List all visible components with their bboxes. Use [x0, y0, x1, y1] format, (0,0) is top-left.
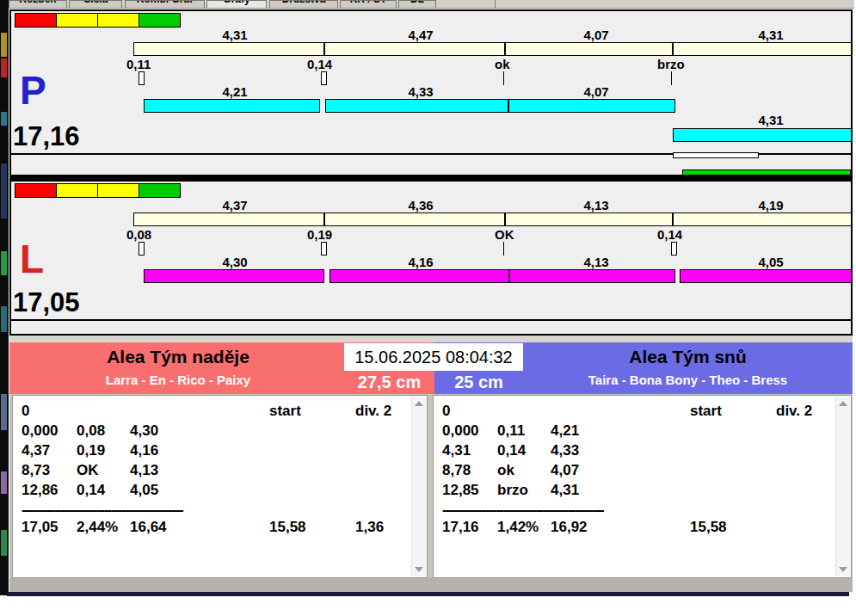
table-row: 4,370,194,16 [22, 440, 427, 460]
tick-marker [139, 71, 145, 85]
fault-mark-label: OK [495, 227, 514, 242]
tab-kombi-graf[interactable]: Kombi Graf [125, 0, 205, 8]
tab-label: KR / ST [341, 0, 396, 5]
chart-baseline [11, 319, 851, 321]
status-segment-red [15, 183, 57, 198]
status-segment-yellow [56, 183, 98, 198]
tab-label: Družstva [270, 0, 337, 5]
run-split-bar [673, 128, 852, 142]
fault-mark-label: 0,19 [307, 227, 332, 242]
left-table-scrollbar[interactable] [411, 397, 426, 576]
scale-divider [672, 213, 674, 225]
fault-mark-label: 0,14 [657, 227, 682, 242]
time-scale-bar [133, 213, 852, 226]
tab-kr-st[interactable]: KR / ST [340, 0, 397, 8]
status-segment-green [139, 183, 181, 198]
run-split-bar [325, 99, 675, 113]
bar-divider [508, 100, 509, 112]
bg-color-speck [1, 306, 7, 332]
fault-mark-label: 0,08 [126, 227, 151, 242]
bg-color-speck [1, 530, 7, 556]
window-bottom-strip [9, 578, 853, 592]
tab-cisla[interactable]: Čísla [69, 0, 122, 8]
jump-height-left: 27,5 cm [344, 372, 434, 392]
table-totals-row: 17,161,42%16,9215,58 [442, 517, 851, 537]
scale-divider [323, 213, 325, 225]
split-time-label: 4,19 [735, 198, 807, 213]
status-segment-yellow [56, 13, 98, 28]
split-time-label: 4,07 [560, 84, 632, 99]
tab-label: Kombi Graf [126, 0, 204, 5]
scroll-up-icon[interactable] [839, 401, 847, 406]
split-time-label: 4,31 [735, 113, 807, 127]
team-right-results-table[interactable]: 0startdiv. 2 0,0000,114,21 4,310,144,33 … [433, 395, 852, 578]
header-cell: 0 [22, 401, 77, 421]
bg-color-speck [1, 59, 7, 77]
table-row: 8,78ok4,07 [442, 460, 851, 480]
total-time-l: 17,05 [13, 287, 80, 318]
scroll-down-icon[interactable] [415, 567, 423, 572]
jump-height-right: 25 cm [434, 372, 523, 392]
progress-green-bar [682, 169, 851, 176]
tab-label: Grafy [207, 0, 266, 5]
run-split-bar [680, 269, 852, 283]
run-split-bar [329, 269, 675, 283]
fault-mark-label: 0,11 [126, 57, 151, 71]
tab-strip-edge [495, 0, 496, 8]
status-segment-yellow [97, 183, 139, 198]
status-segment-red [15, 13, 57, 28]
status-segment-green [139, 13, 181, 28]
progress-outline-bar [673, 152, 759, 158]
split-time-label: 4,47 [385, 28, 457, 42]
table-header-row: 0startdiv. 2 [442, 401, 851, 421]
header-cell: 0 [442, 401, 497, 421]
split-time-label: 4,30 [199, 255, 271, 269]
bg-color-speck [1, 163, 7, 219]
split-time-label: 4,31 [199, 28, 271, 42]
scale-divider [672, 43, 674, 55]
background-window-strip [0, 0, 9, 595]
scale-divider [504, 213, 506, 225]
run-split-bar [144, 269, 324, 283]
scroll-up-icon[interactable] [415, 401, 423, 406]
course-letter-p: P [20, 71, 46, 109]
scroll-down-icon[interactable] [839, 567, 847, 572]
bg-color-speck [1, 33, 7, 57]
split-time-label: 4,31 [735, 28, 807, 42]
table-row: 4,310,144,33 [442, 440, 851, 460]
tab-label: Rozběh [9, 0, 66, 5]
course-letter-l: L [20, 240, 44, 278]
run-graph-panel-p: 4,31 4,47 4,07 4,31 0,11 0,14 ok brzo P … [9, 9, 853, 176]
header-cell: start [690, 401, 776, 421]
split-time-label: 4,13 [560, 255, 632, 269]
tick-marker [503, 242, 504, 256]
status-color-bar [15, 13, 181, 28]
team-left-results-table[interactable]: 0startdiv. 2 0,0000,084,30 4,370,194,16 … [12, 395, 428, 578]
table-dashed-separator: ----------------------------------------… [442, 500, 851, 517]
table-header-row: 0startdiv. 2 [22, 401, 427, 421]
tab-bar: Rozběh Čísla Kombi Graf Grafy Družstva K… [9, 0, 854, 9]
bar-divider [508, 270, 510, 282]
table-row: 12,860,144,05 [22, 480, 427, 500]
run-split-bar [144, 99, 320, 113]
tab-rozbeh[interactable]: Rozběh [9, 0, 67, 8]
team-members: Larra - En - Rico - Paixy [9, 373, 347, 387]
tab-druzstva[interactable]: Družstva [269, 0, 338, 8]
table-row: 0,0000,084,30 [22, 421, 427, 440]
teams-section: Alea Tým naděje Larra - En - Rico - Paix… [9, 342, 853, 578]
fault-mark-label: brzo [657, 57, 685, 71]
header-cell: start [269, 401, 355, 421]
fault-mark-label: ok [495, 57, 510, 71]
table-dashed-separator: ----------------------------------------… [22, 500, 427, 517]
tab-label: DL [399, 0, 435, 5]
section-gap [9, 336, 853, 342]
split-time-label: 4,36 [385, 198, 457, 213]
team-name: Alea Tým naděje [9, 347, 347, 367]
right-table-scrollbar[interactable] [835, 397, 850, 576]
fault-mark-label: 0,14 [307, 57, 332, 71]
tick-marker [671, 71, 672, 85]
time-scale-bar [133, 42, 852, 56]
tab-dl[interactable]: DL [398, 0, 436, 8]
tick-marker [139, 242, 145, 256]
tab-grafy[interactable]: Grafy [206, 0, 267, 8]
